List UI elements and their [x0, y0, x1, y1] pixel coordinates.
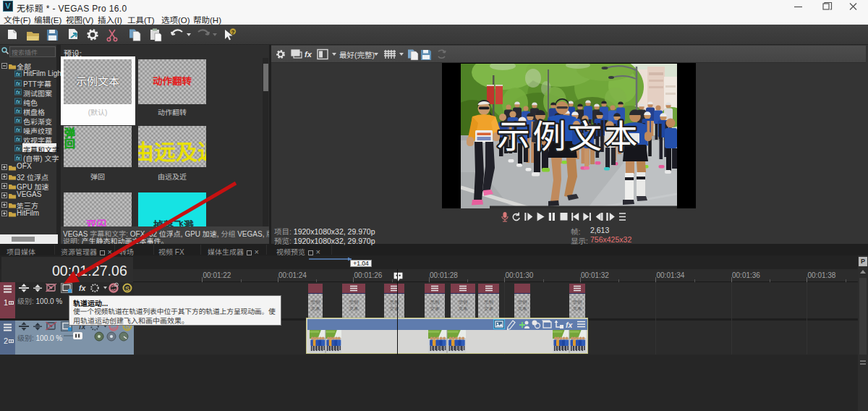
svg-text:S: S: [125, 285, 129, 292]
svg-text:fx: fx: [16, 109, 20, 114]
svg-text:1: 1: [4, 298, 8, 307]
svg-text:fx: fx: [16, 155, 20, 160]
svg-text:fx: fx: [566, 321, 573, 329]
svg-text:fx: fx: [16, 80, 20, 85]
svg-text:fx: fx: [305, 50, 312, 59]
svg-text:fx: fx: [16, 99, 20, 104]
svg-text:fx: fx: [16, 137, 20, 142]
svg-text:fx: fx: [16, 146, 20, 151]
svg-text:fx: fx: [16, 90, 20, 95]
svg-text:2: 2: [4, 336, 8, 345]
svg-text:fx: fx: [79, 284, 86, 292]
svg-text:fx: fx: [16, 118, 20, 123]
svg-text:fx: fx: [16, 127, 20, 132]
svg-text:?: ?: [231, 29, 235, 35]
svg-text:fx: fx: [16, 72, 20, 77]
svg-text:示例文本: 示例文本: [497, 118, 640, 156]
